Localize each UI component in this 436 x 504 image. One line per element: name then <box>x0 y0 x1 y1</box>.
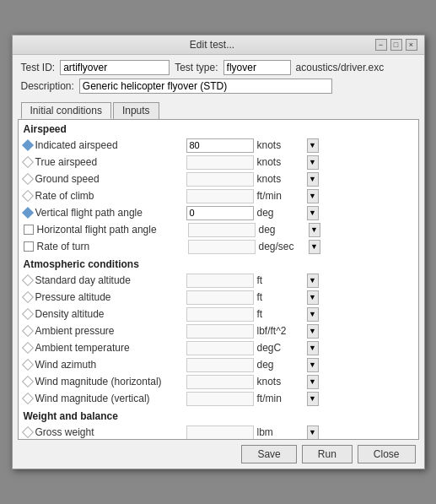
close-button[interactable]: Close <box>358 445 416 463</box>
param-row: Density altitudeft▼ <box>19 306 418 322</box>
tab-inputs[interactable]: Inputs <box>113 102 159 119</box>
checkbox-icon[interactable] <box>24 225 34 235</box>
section-header-0: Airspeed <box>19 120 418 137</box>
param-input[interactable] <box>186 172 254 187</box>
param-input[interactable] <box>186 425 254 440</box>
test-id-label: Test ID: <box>21 62 56 73</box>
checkbox-icon[interactable] <box>24 241 34 252</box>
param-unit-dropdown-btn[interactable]: ▼ <box>307 341 319 355</box>
param-unit: lbm <box>257 426 304 438</box>
diamond-empty-icon <box>21 325 33 337</box>
param-unit: lbf/ft^2 <box>257 325 304 337</box>
param-input[interactable] <box>186 307 254 322</box>
tab-initial-conditions[interactable]: Initial conditions <box>21 102 111 119</box>
param-unit-dropdown-btn[interactable]: ▼ <box>307 324 319 339</box>
param-label: Wind magnitude (vertical) <box>35 393 183 404</box>
param-unit-dropdown-btn[interactable]: ▼ <box>309 240 320 254</box>
param-unit-dropdown-btn[interactable]: ▼ <box>307 172 319 187</box>
form-header: Test ID: Test type: acoustics/driver.exc… <box>13 55 424 99</box>
driver-label: acoustics/driver.exc <box>296 62 385 73</box>
param-unit: ft/min <box>257 190 304 202</box>
param-row: True airspeedknots▼ <box>19 154 418 171</box>
param-unit: deg <box>257 359 304 371</box>
main-window: Edit test... − □ × Test ID: Test type: a… <box>12 35 425 469</box>
param-unit: degC <box>257 342 304 354</box>
param-label: True airspeed <box>35 156 183 168</box>
param-input[interactable] <box>186 341 254 355</box>
param-unit: knots <box>257 139 304 151</box>
param-label: Ground speed <box>35 173 183 185</box>
param-input[interactable] <box>186 206 254 220</box>
param-unit: ft <box>257 291 304 303</box>
description-input[interactable] <box>79 79 332 94</box>
param-row: Indicated airspeedknots▼ <box>19 137 418 154</box>
description-row: Description: <box>21 79 416 94</box>
param-unit-dropdown-btn[interactable]: ▼ <box>307 206 319 220</box>
param-row: Gross weightlbm▼ <box>19 424 418 440</box>
param-label: Density altitude <box>35 308 183 320</box>
param-unit-dropdown-btn[interactable]: ▼ <box>307 274 319 288</box>
param-input[interactable] <box>186 392 254 406</box>
param-unit: knots <box>257 156 304 168</box>
param-label: Pressure altitude <box>35 291 183 303</box>
close-button[interactable]: × <box>406 39 417 51</box>
param-input[interactable] <box>186 274 254 288</box>
section-header-1: Atmospheric conditions <box>19 255 418 272</box>
save-button[interactable]: Save <box>241 445 296 463</box>
param-label: Horizontal flight path angle <box>37 224 185 236</box>
param-unit: deg/sec <box>259 241 305 252</box>
test-id-input[interactable] <box>60 60 170 75</box>
maximize-button[interactable]: □ <box>390 39 402 51</box>
diamond-empty-icon <box>21 274 33 286</box>
diamond-empty-icon <box>21 393 33 404</box>
test-type-input[interactable] <box>223 60 291 75</box>
param-unit-dropdown-btn[interactable]: ▼ <box>307 375 319 389</box>
titlebar: Edit test... − □ × <box>13 35 424 55</box>
param-row: Standard day altitudeft▼ <box>19 272 418 289</box>
param-unit: knots <box>257 173 304 185</box>
param-unit-dropdown-btn[interactable]: ▼ <box>309 223 320 237</box>
param-input[interactable] <box>186 138 254 153</box>
param-unit-dropdown-btn[interactable]: ▼ <box>307 392 319 406</box>
param-unit-dropdown-btn[interactable]: ▼ <box>307 425 319 440</box>
diamond-empty-icon <box>21 173 33 185</box>
param-label: Ambient temperature <box>35 342 183 354</box>
diamond-empty-icon <box>21 359 33 371</box>
param-label: Indicated airspeed <box>35 139 183 151</box>
run-button[interactable]: Run <box>302 445 353 463</box>
param-row: Ambient temperaturedegC▼ <box>19 339 418 356</box>
param-label: Ambient pressure <box>35 325 183 337</box>
param-unit-dropdown-btn[interactable]: ▼ <box>307 138 319 153</box>
diamond-empty-icon <box>21 426 33 438</box>
param-input[interactable] <box>186 155 254 170</box>
param-unit-dropdown-btn[interactable]: ▼ <box>307 189 319 203</box>
diamond-empty-icon <box>21 291 33 303</box>
param-input[interactable] <box>188 223 256 237</box>
section-header-2: Weight and balance <box>19 407 418 424</box>
param-unit: ft <box>257 308 304 320</box>
param-input[interactable] <box>186 358 254 372</box>
diamond-empty-icon <box>21 376 33 387</box>
param-input[interactable] <box>186 375 254 389</box>
param-input[interactable] <box>186 324 254 339</box>
param-unit: ft/min <box>257 393 304 404</box>
window-controls: − □ × <box>375 39 417 51</box>
param-input[interactable] <box>188 240 256 254</box>
param-unit-dropdown-btn[interactable]: ▼ <box>307 307 319 322</box>
param-label: Vertical flight path angle <box>35 207 183 219</box>
param-input[interactable] <box>186 189 254 203</box>
param-input[interactable] <box>186 290 254 305</box>
param-row: Horizontal flight path angledeg▼ <box>19 221 418 238</box>
param-label: Rate of climb <box>35 190 183 202</box>
param-row: Ambient pressurelbf/ft^2▼ <box>19 322 418 339</box>
param-row: Wind azimuthdeg▼ <box>19 356 418 373</box>
param-unit-dropdown-btn[interactable]: ▼ <box>307 358 319 372</box>
param-label: Gross weight <box>35 426 183 438</box>
description-label: Description: <box>21 80 74 92</box>
param-unit-dropdown-btn[interactable]: ▼ <box>307 155 319 170</box>
sections-container: AirspeedIndicated airspeedknots▼True air… <box>19 120 418 440</box>
minimize-button[interactable]: − <box>375 39 387 51</box>
test-id-row: Test ID: Test type: acoustics/driver.exc <box>21 60 416 75</box>
param-unit-dropdown-btn[interactable]: ▼ <box>307 290 319 305</box>
param-label: Wind magnitude (horizontal) <box>35 376 183 387</box>
